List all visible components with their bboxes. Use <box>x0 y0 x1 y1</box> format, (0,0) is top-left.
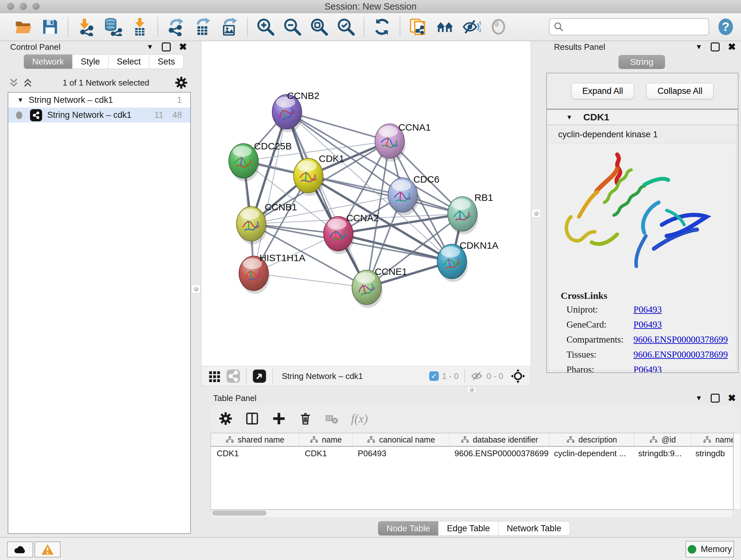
tab-node-table[interactable]: Node Table <box>378 521 439 536</box>
crosslink-link[interactable]: P06493 <box>633 304 662 315</box>
panel-float-icon[interactable] <box>711 43 720 51</box>
collapse-all-button[interactable]: Collapse All <box>646 83 714 99</box>
tab-string[interactable]: String <box>618 55 665 69</box>
grid-view-icon[interactable] <box>208 370 221 382</box>
panel-float-icon[interactable] <box>162 43 171 51</box>
network-node-CDC25B[interactable]: CDC25B <box>229 141 292 181</box>
zoom-selected-icon[interactable] <box>337 17 355 36</box>
crosshair-icon[interactable] <box>510 368 526 384</box>
tab-select[interactable]: Select <box>109 54 149 69</box>
clone-network-icon[interactable] <box>409 17 427 36</box>
panel-close-icon[interactable]: ✖ <box>728 395 736 401</box>
crosslink-label: GeneCard: <box>566 319 633 330</box>
node-label-CCNB1: CCNB1 <box>265 202 297 212</box>
panel-collapse-icon[interactable]: ▼ <box>695 43 702 51</box>
save-session-icon[interactable] <box>41 17 59 36</box>
zoom-in-icon[interactable] <box>256 17 275 36</box>
birds-eye-view-icon[interactable] <box>253 369 266 383</box>
export-table-icon[interactable] <box>193 17 212 36</box>
node-entry-header[interactable]: ▼ CDK1 <box>547 110 738 125</box>
show-hidden-icon[interactable] <box>489 17 508 36</box>
protein-structure-image <box>549 143 738 281</box>
panel-close-icon[interactable]: ✖ <box>179 44 187 51</box>
delete-table-icon[interactable] <box>325 412 338 425</box>
tab-edge-table[interactable]: Edge Table <box>439 521 498 536</box>
network-share-view-icon[interactable] <box>226 369 240 383</box>
crosslink-link[interactable]: 9606.ENSP00000378699 <box>633 334 728 345</box>
import-network-icon[interactable] <box>77 17 95 36</box>
crosslink-link[interactable]: 9606.ENSP00000378699 <box>633 349 728 360</box>
network-edge-CCNE1-HIST1H1A[interactable] <box>254 273 367 287</box>
network-node-CDK1[interactable]: CDK1 <box>293 153 344 196</box>
entry-description: cyclin-dependent kinase 1 <box>548 125 737 143</box>
cloud-status-button[interactable] <box>7 542 33 557</box>
tab-network-table[interactable]: Network Table <box>498 521 570 536</box>
bottom-splitter-grip[interactable] <box>467 386 476 393</box>
panel-float-icon[interactable] <box>711 394 720 402</box>
network-edge-CCNB2-HIST1H1A[interactable] <box>254 112 287 273</box>
import-database-icon[interactable] <box>104 17 122 36</box>
column-header-shared-name[interactable]: shared name <box>211 433 299 446</box>
table-row[interactable]: CDK1CDK1P064939606.ENSP00000378699cyclin… <box>211 447 733 460</box>
zoom-fit-icon[interactable] <box>310 17 328 36</box>
right-splitter-grip[interactable] <box>532 209 541 218</box>
network-row-selected[interactable]: String Network – cdk1 11 48 <box>8 108 190 123</box>
panel-close-icon[interactable]: ✖ <box>728 44 736 51</box>
network-node-CCNE1[interactable]: CCNE1 <box>352 266 407 308</box>
crosslink-link[interactable]: P06493 <box>633 319 662 330</box>
column-header-canonical-name[interactable]: canonical name <box>353 433 450 446</box>
expand-all-button[interactable]: Expand All <box>571 83 634 99</box>
network-node-RB1[interactable]: RB1 <box>448 192 493 234</box>
table-cell: stringdb:9... <box>632 447 690 460</box>
show-columns-icon[interactable] <box>245 412 259 426</box>
network-node-HIST1H1A[interactable]: HIST1H1A <box>239 253 306 294</box>
network-view-canvas[interactable]: CCNB2CCNA1CDC25BCDK1CDC6RB1CCNB1CCNA2CDK… <box>201 41 531 367</box>
toolbar-separator <box>157 17 158 36</box>
import-table-icon[interactable] <box>131 17 149 36</box>
open-session-icon[interactable] <box>14 17 32 36</box>
tab-network[interactable]: Network <box>23 54 72 69</box>
delete-column-icon[interactable] <box>299 412 312 425</box>
add-column-icon[interactable] <box>272 412 286 426</box>
collapse-all-icon[interactable] <box>9 77 18 88</box>
crosslink-link[interactable]: P06493 <box>633 364 662 373</box>
tab-style[interactable]: Style <box>72 54 109 69</box>
hide-selected-icon[interactable] <box>462 17 481 36</box>
hidden-counts: 0 - 0 <box>487 371 503 381</box>
table-horizontal-scrollbar[interactable] <box>211 509 733 518</box>
selected-nodes-checkbox[interactable]: ✓ <box>429 371 439 381</box>
table-vertical-scrollbar[interactable] <box>733 433 741 509</box>
entry-expand-icon[interactable]: ▼ <box>566 114 572 121</box>
network-node-CDKN1A[interactable]: CDKN1A <box>437 240 498 282</box>
tab-sets[interactable]: Sets <box>149 54 184 69</box>
column-header-database-identifier[interactable]: database identifier <box>450 433 549 446</box>
warnings-button[interactable] <box>35 542 61 557</box>
expand-all-icon[interactable] <box>23 77 32 88</box>
column-header--id[interactable]: @id <box>634 433 691 446</box>
network-options-gear-icon[interactable] <box>175 76 188 89</box>
network-collection-row[interactable]: ▼ String Network – cdk1 1 <box>8 92 190 108</box>
tree-expand-icon[interactable]: ▼ <box>17 97 23 104</box>
column-header-name[interactable]: name <box>299 433 353 446</box>
export-network-icon[interactable] <box>166 17 185 36</box>
network-node-CCNA1[interactable]: CCNA1 <box>375 122 431 162</box>
network-node-CDC6[interactable]: CDC6 <box>388 174 440 215</box>
column-header-description[interactable]: description <box>549 433 634 446</box>
refresh-layout-icon[interactable] <box>373 17 391 36</box>
scrollbar-thumb[interactable] <box>212 510 266 516</box>
network-node-CCNA2[interactable]: CCNA2 <box>324 212 379 254</box>
string-network-graph[interactable]: CCNB2CCNA1CDC25BCDK1CDC6RB1CCNB1CCNA2CDK… <box>201 41 530 366</box>
help-icon[interactable]: ? <box>718 18 734 36</box>
export-image-icon[interactable] <box>220 17 239 36</box>
memory-button[interactable]: Memory <box>685 541 734 557</box>
crosslink-row: Uniprot:P06493 <box>566 304 736 315</box>
home-icon[interactable] <box>435 17 454 36</box>
search-input[interactable] <box>567 22 709 32</box>
panel-collapse-icon[interactable]: ▼ <box>695 394 702 402</box>
column-header-namespace[interactable]: namespace <box>691 433 733 446</box>
left-splitter-grip[interactable] <box>192 285 200 294</box>
function-builder-icon[interactable]: f(x) <box>351 412 368 426</box>
table-options-gear-icon[interactable] <box>219 412 232 425</box>
panel-collapse-icon[interactable]: ▼ <box>146 43 153 51</box>
zoom-out-icon[interactable] <box>283 17 301 36</box>
